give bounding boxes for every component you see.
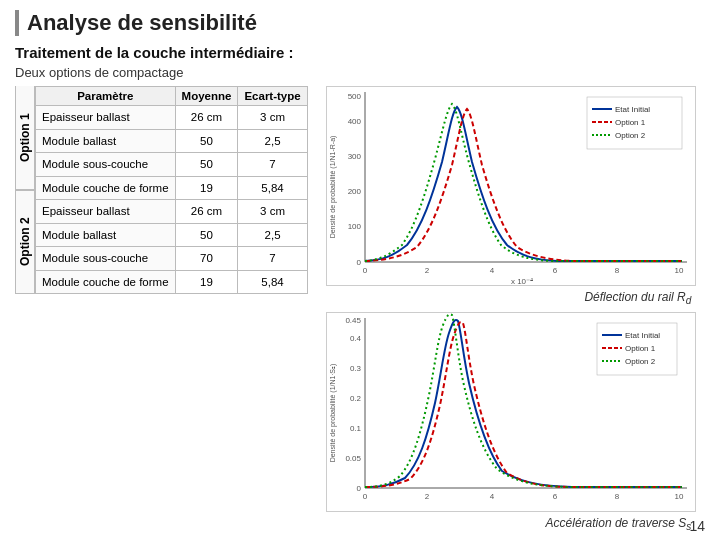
top-chart: 0 100 200 300 400 500 0 2 4 6 8 10 x 10⁻… bbox=[326, 86, 696, 286]
right-panel: 0 100 200 300 400 500 0 2 4 6 8 10 x 10⁻… bbox=[318, 86, 705, 533]
table-row: Module couche de forme195,84 bbox=[36, 176, 308, 200]
left-panel: Option 1 Option 2 Paramètre Moyenne Ecar… bbox=[15, 86, 308, 533]
svg-text:2: 2 bbox=[425, 266, 430, 275]
deux-options: Deux options de compactage bbox=[15, 65, 705, 80]
table-row: Module couche de forme195,84 bbox=[36, 270, 308, 294]
top-chart-label: Déflection du rail Rd bbox=[326, 290, 696, 306]
svg-text:10: 10 bbox=[675, 266, 684, 275]
svg-text:0: 0 bbox=[363, 492, 368, 501]
svg-text:100: 100 bbox=[348, 222, 362, 231]
svg-text:Densité de probabilité (1/N1·S: Densité de probabilité (1/N1·S₂) bbox=[329, 364, 337, 463]
svg-text:4: 4 bbox=[490, 266, 495, 275]
svg-text:6: 6 bbox=[553, 266, 558, 275]
table-row: Epaisseur ballast26 cm3 cm bbox=[36, 106, 308, 130]
option1-label: Option 1 bbox=[15, 86, 35, 190]
svg-text:200: 200 bbox=[348, 187, 362, 196]
svg-text:Option 1: Option 1 bbox=[615, 118, 646, 127]
svg-text:0.4: 0.4 bbox=[350, 334, 362, 343]
svg-text:Option 2: Option 2 bbox=[625, 357, 656, 366]
subtitle: Traitement de la couche intermédiaire : bbox=[15, 44, 705, 61]
svg-text:400: 400 bbox=[348, 117, 362, 126]
table-wrapper: Option 1 Option 2 Paramètre Moyenne Ecar… bbox=[15, 86, 308, 294]
svg-text:0.2: 0.2 bbox=[350, 394, 362, 403]
svg-text:x 10⁻⁴: x 10⁻⁴ bbox=[511, 277, 533, 286]
svg-text:0: 0 bbox=[357, 484, 362, 493]
svg-text:Densité de probabilité (1/N1-R: Densité de probabilité (1/N1-R-a) bbox=[329, 136, 337, 239]
content-area: Option 1 Option 2 Paramètre Moyenne Ecar… bbox=[15, 86, 705, 533]
option2-label: Option 2 bbox=[15, 190, 35, 294]
table-row: Module ballast502,5 bbox=[36, 129, 308, 153]
col-moyenne: Moyenne bbox=[175, 87, 238, 106]
page-number: 14 bbox=[689, 518, 705, 534]
svg-text:Etat Initial: Etat Initial bbox=[615, 105, 650, 114]
option-labels: Option 1 Option 2 bbox=[15, 86, 35, 294]
svg-text:0.3: 0.3 bbox=[350, 364, 362, 373]
svg-text:300: 300 bbox=[348, 152, 362, 161]
svg-text:4: 4 bbox=[490, 492, 495, 501]
bottom-chart-label: Accélération de traverse Ss bbox=[326, 516, 696, 532]
svg-text:0: 0 bbox=[357, 258, 362, 267]
table-row: Epaisseur ballast26 cm3 cm bbox=[36, 200, 308, 224]
bottom-chart: 0 0.05 0.1 0.2 0.3 0.4 0.45 0 2 4 6 8 10… bbox=[326, 312, 696, 512]
page-title: Analyse de sensibilité bbox=[15, 10, 705, 36]
svg-text:2: 2 bbox=[425, 492, 430, 501]
svg-text:Option 2: Option 2 bbox=[615, 131, 646, 140]
svg-text:8: 8 bbox=[615, 266, 620, 275]
table-row: Module sous-couche507 bbox=[36, 153, 308, 177]
svg-text:10: 10 bbox=[675, 492, 684, 501]
svg-text:Option 1: Option 1 bbox=[625, 344, 656, 353]
svg-text:8: 8 bbox=[615, 492, 620, 501]
col-ecart: Ecart-type bbox=[238, 87, 307, 106]
svg-text:0.45: 0.45 bbox=[346, 316, 362, 325]
table-header-row: Paramètre Moyenne Ecart-type bbox=[36, 87, 308, 106]
svg-text:6: 6 bbox=[553, 492, 558, 501]
table-row: Module sous-couche707 bbox=[36, 247, 308, 271]
col-parametre: Paramètre bbox=[36, 87, 176, 106]
svg-text:0.05: 0.05 bbox=[346, 454, 362, 463]
svg-text:Etat Initial: Etat Initial bbox=[625, 331, 660, 340]
table-row: Module ballast502,5 bbox=[36, 223, 308, 247]
svg-text:0.1: 0.1 bbox=[350, 424, 362, 433]
data-table: Paramètre Moyenne Ecart-type Epaisseur b… bbox=[35, 86, 308, 294]
svg-text:500: 500 bbox=[348, 92, 362, 101]
page-container: Analyse de sensibilité Traitement de la … bbox=[0, 0, 720, 540]
svg-text:0: 0 bbox=[363, 266, 368, 275]
